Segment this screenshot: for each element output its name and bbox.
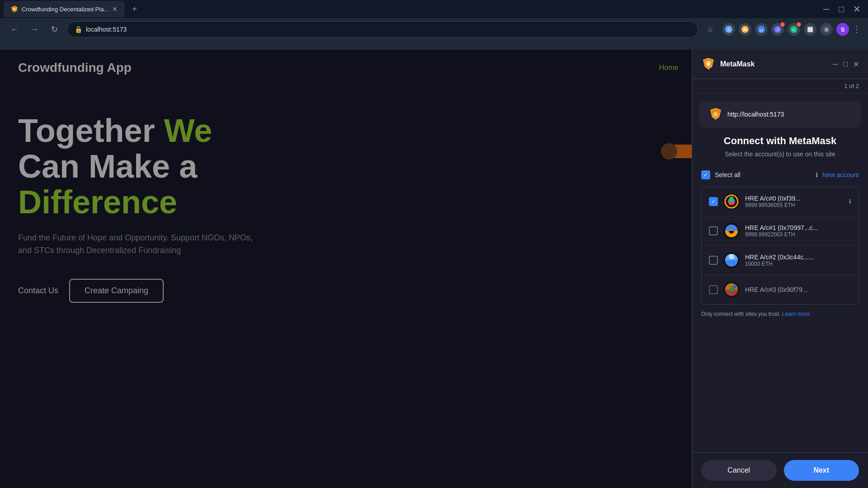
site-logo <box>708 107 723 122</box>
check-icon: ✓ <box>711 198 716 205</box>
select-all-checkbox[interactable]: ✓ <box>701 170 710 179</box>
account-detail-icon-0[interactable]: ℹ <box>849 198 851 205</box>
account-item-1[interactable]: HRE A/c#1 (0x70997...c... 9999.99922003 … <box>702 216 859 246</box>
account-info-3: HRE A/c#3 (0x90f79... <box>745 286 851 293</box>
svg-point-2 <box>14 8 15 10</box>
browser-tab-active[interactable]: Crowdfunding Decentalized Pla... ✕ <box>4 1 125 17</box>
window-minimize-btn[interactable]: ─ <box>823 4 830 14</box>
account-name-3: HRE A/c#3 (0x90f79... <box>745 286 851 293</box>
browser-menu-btn[interactable]: ⋮ <box>853 24 861 34</box>
back-btn[interactable]: ← <box>7 22 22 37</box>
browser-extensions: S (·) Ⓐ 1 G 1 ⬜ ⊞ S ⋮ <box>722 23 861 36</box>
url-text: localhost:5173 <box>86 26 127 33</box>
tab-title: Crowdfunding Decentalized Pla... <box>22 6 108 13</box>
metamask-site-indicator: http://localhost:5173 <box>699 101 861 128</box>
account-balance-1: 9999.99922003 ETH <box>745 231 851 238</box>
account-item-3[interactable]: HRE A/c#3 (0x90f79... <box>702 275 859 304</box>
tab-close-btn[interactable]: ✕ <box>112 5 118 13</box>
account-item-0[interactable]: ✓ HRE A/c#0 (0xf39... 9999.99536055 ETH … <box>702 187 859 216</box>
account-avatar-1 <box>723 223 740 239</box>
metamask-maximize-btn[interactable]: □ <box>843 60 848 68</box>
svg-point-41 <box>707 62 710 66</box>
metamask-minimize-btn[interactable]: ─ <box>833 60 838 68</box>
window-close-btn[interactable]: ✕ <box>853 4 861 14</box>
connect-subtitle: Select the account(s) to use on this sit… <box>701 150 859 158</box>
svg-text:S: S <box>727 28 730 32</box>
metamask-modal: MetaMask ─ □ ✕ 1 of 2 http://localhost:5… <box>692 50 868 488</box>
app-container: Crowdfunding App Home ⋮ About Us ⋮ Conta… <box>0 50 868 488</box>
account-item-2[interactable]: HRE A/c#2 (0x3c44c...... 10000 ETH <box>702 246 859 275</box>
trust-notice: Only connect with sites you trust. Learn… <box>701 305 859 321</box>
account-checkbox-3[interactable] <box>709 285 718 294</box>
account-balance-0: 9999.99536055 ETH <box>745 202 844 208</box>
svg-text:⬜: ⬜ <box>807 27 813 33</box>
metamask-header-controls: ─ □ ✕ <box>833 60 859 69</box>
metamask-footer: Cancel Next <box>692 452 868 488</box>
lock-icon: 🔒 <box>75 26 82 33</box>
ext-icon-7[interactable]: ⊞ <box>820 23 833 36</box>
svg-text:⊞: ⊞ <box>825 27 828 32</box>
cancel-btn[interactable]: Cancel <box>701 460 777 481</box>
site-url-text: http://localhost:5173 <box>727 111 784 118</box>
svg-point-47 <box>729 197 734 201</box>
bookmark-icon[interactable]: ☆ <box>707 25 713 34</box>
metamask-close-btn[interactable]: ✕ <box>853 60 859 69</box>
svg-text:(·): (·) <box>760 28 763 32</box>
svg-text:G: G <box>792 28 795 32</box>
account-avatar-2 <box>723 252 740 268</box>
metamask-logo <box>701 57 716 71</box>
window-maximize-btn[interactable]: □ <box>839 4 844 14</box>
connect-title: Connect with MetaMask <box>701 135 859 147</box>
ext-icon-1[interactable]: S <box>722 23 735 36</box>
check-icon: ✓ <box>703 172 708 178</box>
account-info-1: HRE A/c#1 (0x70997...c... 9999.99922003 … <box>745 224 851 238</box>
account-checkbox-1[interactable] <box>709 226 718 235</box>
svg-text:Ⓐ: Ⓐ <box>776 28 780 32</box>
reload-btn[interactable]: ↻ <box>47 22 61 37</box>
learn-more-link[interactable]: Learn more <box>782 311 810 317</box>
account-checkbox-2[interactable] <box>709 256 718 265</box>
account-avatar-0 <box>723 193 740 210</box>
new-tab-btn[interactable]: + <box>128 3 141 16</box>
svg-point-55 <box>732 285 736 289</box>
metamask-title: MetaMask <box>720 60 755 68</box>
tab-favicon <box>11 5 18 13</box>
metamask-pagination: 1 of 2 <box>692 79 868 94</box>
browser-controls: ← → ↻ 🔒 localhost:5173 ☆ S (·) Ⓐ 1 G <box>0 18 868 41</box>
account-name-1: HRE A/c#1 (0x70997...c... <box>745 224 851 231</box>
select-all-info-icon[interactable]: ℹ <box>816 171 818 178</box>
ext-icon-2[interactable] <box>739 23 751 36</box>
new-account-link[interactable]: New account <box>822 171 859 178</box>
ext-icon-3[interactable]: (·) <box>755 23 768 36</box>
account-checkbox-0[interactable]: ✓ <box>709 197 718 206</box>
browser-chrome: ─ □ ✕ Crowdfunding Decentalized Pla... ✕… <box>0 0 868 50</box>
forward-btn[interactable]: → <box>27 22 42 37</box>
browser-tab-bar: ─ □ ✕ Crowdfunding Decentalized Pla... ✕… <box>0 0 868 18</box>
ext-icon-4[interactable]: Ⓐ 1 <box>771 23 784 36</box>
account-info-0: HRE A/c#0 (0xf39... 9999.99536055 ETH <box>745 195 844 208</box>
metamask-header: MetaMask ─ □ ✕ <box>692 50 868 79</box>
select-all-row[interactable]: ✓ Select all ℹ New account <box>701 167 859 183</box>
svg-point-44 <box>713 112 718 117</box>
trust-notice-text: Only connect with sites you trust. <box>701 311 780 317</box>
ext-icon-6[interactable]: ⬜ <box>804 23 816 36</box>
account-info-2: HRE A/c#2 (0x3c44c...... 10000 ETH <box>745 253 851 267</box>
svg-point-52 <box>729 254 734 259</box>
account-name-0: HRE A/c#0 (0xf39... <box>745 195 844 202</box>
ext-icon-5[interactable]: G 1 <box>788 23 800 36</box>
account-name-2: HRE A/c#2 (0x3c44c...... <box>745 253 851 261</box>
account-balance-2: 10000 ETH <box>745 261 851 267</box>
account-avatar-3 <box>723 282 740 298</box>
browser-profile[interactable]: S <box>836 23 849 36</box>
accounts-list: ✓ HRE A/c#0 (0xf39... 9999.99536055 ETH … <box>701 187 859 305</box>
address-bar[interactable]: 🔒 localhost:5173 <box>67 21 698 38</box>
metamask-body: Connect with MetaMask Select the account… <box>692 135 868 452</box>
metamask-header-left: MetaMask <box>701 57 755 71</box>
select-all-label: Select all <box>715 171 811 178</box>
next-btn[interactable]: Next <box>784 460 859 481</box>
